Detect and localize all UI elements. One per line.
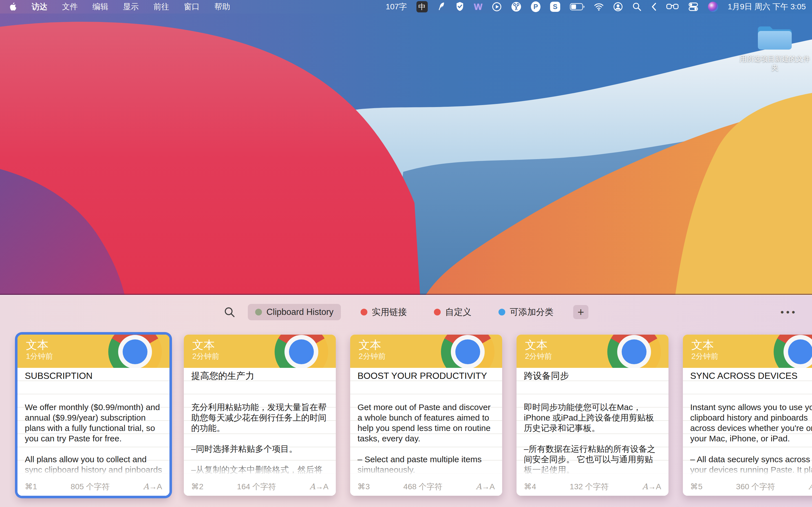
card-fade <box>350 462 502 477</box>
card-title: BOOST YOUR PRODUCTIVITY <box>357 371 495 381</box>
card-paragraph: 充分利用粘贴功能，发现大量旨在帮助您每天减少花在例行任务上的时间的功能。 <box>191 402 328 433</box>
apple-menu[interactable] <box>10 0 17 13</box>
card-type-label: 文本 <box>525 338 552 351</box>
card-body: 提高您的生产力 充分利用粘贴功能，发现大量旨在帮助您每天减少花在例行任务上的时间… <box>184 368 336 477</box>
scissors-app-icon[interactable] <box>511 0 521 13</box>
card-paragraph: We offer monthly ($0.99/month) and annua… <box>25 402 162 444</box>
card-footer: ⌘5 360 个字符 A→A <box>683 477 812 496</box>
tab-label: 自定义 <box>445 306 471 318</box>
tab-label: 可添加分类 <box>510 306 553 318</box>
tab-dot-icon <box>499 309 505 316</box>
search-icon[interactable] <box>223 306 236 318</box>
card-body: SUBSCRIPTION We offer monthly ($0.99/mon… <box>17 368 169 477</box>
card-fade <box>17 462 169 477</box>
p-app-icon[interactable]: P <box>531 1 541 12</box>
tab-dot-icon <box>255 309 262 316</box>
paste-as-plain-text-icon[interactable]: A→A <box>809 482 812 491</box>
tab-dot-icon <box>361 309 367 316</box>
tab-dot-icon <box>434 309 441 316</box>
desktop-folder[interactable]: 用所选项目新建的文件夹 <box>738 22 811 72</box>
card-paragraph: –同时选择并粘贴多个项目。 <box>191 444 328 454</box>
tab-add-category[interactable]: 可添加分类 <box>491 304 561 320</box>
app-menu-view[interactable]: 显示 <box>123 1 139 12</box>
card-header: 文本 1分钟前 <box>17 335 169 368</box>
card-header: 文本 2分钟前 <box>683 335 812 368</box>
spotlight-search-icon[interactable] <box>632 0 642 13</box>
card-footer: ⌘4 132 个字符 A→A <box>516 477 668 496</box>
quill-app-icon[interactable] <box>437 0 446 13</box>
card-char-count: 805 个字符 <box>71 482 110 492</box>
card-time: 1分钟前 <box>26 351 53 361</box>
play-circle-icon[interactable] <box>492 0 502 13</box>
clipboard-card[interactable]: 文本 1分钟前 SUBSCRIPTION We offer monthly ($… <box>17 335 169 496</box>
chevron-collapse-icon[interactable] <box>651 0 657 13</box>
clipboard-card[interactable]: 文本 2分钟前 跨设备同步 即时同步功能使您可以在Mac，iPhone 或iPa… <box>516 335 668 496</box>
input-method-icon[interactable]: 中 <box>416 1 428 12</box>
card-shortcut: ⌘4 <box>524 482 536 491</box>
card-paragraph: Instant sync allows you to use your clip… <box>690 402 812 444</box>
card-header: 文本 2分钟前 <box>184 335 336 368</box>
app-menu-help[interactable]: 帮助 <box>214 1 230 12</box>
shield-check-icon[interactable] <box>455 0 464 13</box>
tab-clipboard-history[interactable]: Clipboard History <box>248 304 341 320</box>
card-time: 2分钟前 <box>525 351 552 361</box>
card-type-label: 文本 <box>192 338 219 351</box>
card-body: 跨设备同步 即时同步功能使您可以在Mac，iPhone 或iPad上跨设备使用剪… <box>516 368 668 477</box>
paste-as-plain-text-icon[interactable]: A→A <box>642 482 661 491</box>
card-type-label: 文本 <box>359 338 386 351</box>
glasses-icon[interactable] <box>666 0 679 13</box>
app-menu-edit[interactable]: 编辑 <box>93 1 108 12</box>
word-count-status[interactable]: 107字 <box>386 0 407 13</box>
card-footer: ⌘1 805 个字符 A→A <box>17 477 169 496</box>
paste-as-plain-text-icon[interactable]: A→A <box>476 482 495 491</box>
folder-icon <box>758 22 792 50</box>
card-body: SYNC ACROSS DEVICES Instant sync allows … <box>683 368 812 477</box>
s-app-icon[interactable]: S <box>550 2 560 12</box>
app-menu-finder[interactable]: 访达 <box>32 1 47 12</box>
control-center-icon[interactable] <box>688 0 698 13</box>
card-fade <box>184 462 336 477</box>
wifi-icon[interactable] <box>594 0 604 13</box>
clipboard-card[interactable]: 文本 2分钟前 SYNC ACROSS DEVICES Instant sync… <box>683 335 812 496</box>
card-type-label: 文本 <box>26 338 53 351</box>
card-header: 文本 2分钟前 <box>516 335 668 368</box>
clipboard-card[interactable]: 文本 2分钟前 BOOST YOUR PRODUCTIVITY Get more… <box>350 335 502 496</box>
account-icon[interactable] <box>613 0 623 13</box>
chrome-icon <box>441 335 495 368</box>
card-fade <box>516 462 668 477</box>
app-menu-file[interactable]: 文件 <box>62 1 78 12</box>
menu-bar: 访达 文件 编辑 显示 前往 窗口 帮助 107字 中 W P <box>0 0 812 13</box>
card-footer: ⌘2 164 个字符 A→A <box>184 477 336 496</box>
card-shortcut: ⌘2 <box>191 482 204 491</box>
w-app-icon[interactable]: W <box>474 0 483 13</box>
desktop: 访达 文件 编辑 显示 前往 窗口 帮助 107字 中 W P <box>0 0 812 507</box>
app-menu-go[interactable]: 前往 <box>153 1 169 12</box>
card-time: 2分钟前 <box>192 351 219 361</box>
chrome-icon <box>274 335 328 368</box>
siri-icon[interactable] <box>708 2 718 12</box>
card-paragraph: 即时同步功能使您可以在Mac，iPhone 或iPad上跨设备使用剪贴板历史记录… <box>524 402 661 433</box>
card-title: SYNC ACROSS DEVICES <box>690 371 812 381</box>
card-title: SUBSCRIPTION <box>25 371 162 381</box>
card-shortcut: ⌘1 <box>25 482 37 491</box>
battery-icon[interactable] <box>570 0 585 13</box>
card-header: 文本 2分钟前 <box>350 335 502 368</box>
more-options-button[interactable]: ••• <box>780 304 797 320</box>
desktop-folder-label: 用所选项目新建的文件夹 <box>738 54 811 72</box>
tab-label: 实用链接 <box>372 306 407 318</box>
tab-useful-links[interactable]: 实用链接 <box>353 304 414 320</box>
paste-as-plain-text-icon[interactable]: A→A <box>310 482 328 491</box>
card-shortcut: ⌘3 <box>357 482 370 491</box>
menu-bar-clock[interactable]: 1月9日 周六 下午 3:05 <box>728 1 806 12</box>
card-type-label: 文本 <box>691 338 718 351</box>
card-title: 提高您的生产力 <box>191 371 328 381</box>
add-pinboard-button[interactable]: + <box>573 305 589 319</box>
card-shortcut: ⌘5 <box>690 482 703 491</box>
tab-custom[interactable]: 自定义 <box>426 304 479 320</box>
clipboard-card[interactable]: 文本 2分钟前 提高您的生产力 充分利用粘贴功能，发现大量旨在帮助您每天减少花在… <box>184 335 336 496</box>
card-footer: ⌘3 468 个字符 A→A <box>350 477 502 496</box>
paste-as-plain-text-icon[interactable]: A→A <box>143 482 162 491</box>
app-menu-window[interactable]: 窗口 <box>184 1 200 12</box>
tab-label: Clipboard History <box>266 307 334 317</box>
card-fade <box>683 462 812 477</box>
